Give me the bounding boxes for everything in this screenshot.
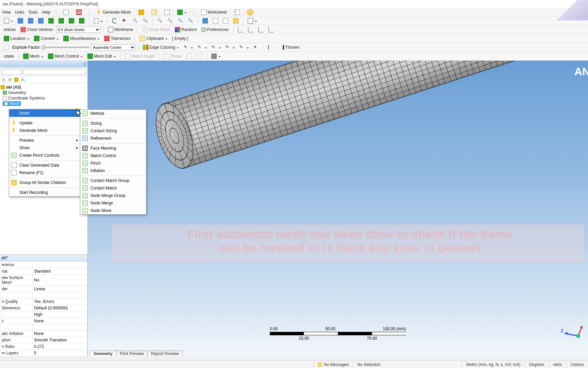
sm-inflation[interactable]: Inflation — [80, 167, 146, 174]
sm-pinch[interactable]: Pinch — [80, 159, 146, 167]
zoom-prev-icon[interactable]: 🔍 — [186, 17, 195, 24]
zoom-selected-icon[interactable]: 🔍 — [176, 17, 185, 24]
random-button[interactable]: Random — [173, 26, 198, 33]
details-row[interactable]: SkewnessDefault (0.900000) — [0, 305, 87, 311]
filter-type-select[interactable] — [1, 69, 22, 75]
ctx-clear-generated[interactable]: Clear Generated Data — [9, 162, 80, 169]
sm-node-merge[interactable]: Node Merge — [80, 199, 146, 207]
mesh-control-button[interactable]: Mesh Control — [46, 53, 84, 60]
generate-mesh-button[interactable]: Generate Mesh — [95, 9, 133, 16]
tool-icon-3[interactable] — [163, 9, 172, 16]
cube-icon-2[interactable] — [26, 17, 35, 24]
zoom-out-icon[interactable]: 🔍 — [141, 17, 150, 24]
axis-icon-4[interactable] — [267, 26, 276, 33]
pan-icon[interactable]: ✥ — [120, 17, 129, 24]
axis-icon-1[interactable] — [236, 26, 245, 33]
toolbar-new-icon[interactable] — [62, 9, 70, 16]
rotate-icon[interactable] — [110, 17, 119, 24]
box-select-icon[interactable] — [92, 17, 104, 24]
tree-geometry[interactable]: Geometry — [1, 90, 87, 95]
pin-icon[interactable]: ⊟ — [83, 62, 86, 66]
sm-node-merge-group[interactable]: Node Merge Group — [80, 192, 146, 199]
pen-icon-1[interactable]: ✎ — [182, 44, 195, 51]
cube-icon-5[interactable] — [57, 17, 66, 24]
ctx-generate-mesh[interactable]: Generate Mesh — [9, 127, 80, 134]
axis-icon-2[interactable] — [246, 26, 255, 33]
select-tool[interactable] — [2, 17, 15, 24]
ctx-show[interactable]: Show — [9, 144, 80, 152]
menu-view[interactable]: View — [2, 10, 11, 15]
cursor-info-icon[interactable]: i — [233, 9, 242, 16]
ctx-start-recording[interactable]: Start Recording — [9, 189, 80, 196]
ctx-insert[interactable]: Insert — [9, 109, 80, 117]
reset-icon[interactable] — [2, 44, 11, 51]
iso-icon-2[interactable] — [211, 17, 220, 24]
tag-icon[interactable] — [246, 9, 255, 16]
details-row[interactable]: cNone — [0, 318, 87, 324]
metric-graph-button[interactable]: Metric Graph — [123, 53, 157, 60]
convert-button[interactable]: Convert — [32, 35, 60, 42]
zoom-fit-icon[interactable]: 🔍 — [156, 17, 164, 24]
cube-icon-7[interactable] — [77, 17, 86, 24]
mesh-menu-button[interactable]: Mesh — [21, 53, 45, 60]
triad[interactable]: Z — [563, 322, 583, 343]
tree-root[interactable]: del (A3) — [1, 85, 87, 90]
iso-icon-1[interactable] — [201, 17, 210, 24]
details-row[interactable]: iew Surface MeshNo — [0, 275, 87, 286]
sm-refinement[interactable]: Refinement — [80, 135, 146, 142]
ctx-create-pinch[interactable]: Create Pinch Controls — [9, 152, 80, 159]
sort-icon[interactable]: A↓ — [21, 77, 26, 82]
vertices-button[interactable]: ertices — [2, 27, 17, 33]
preferences-button[interactable]: ✓Preferences — [200, 27, 230, 33]
ctx-update[interactable]: Update — [9, 119, 80, 127]
toolbar-grid-icon[interactable] — [75, 9, 83, 16]
iso-icon-3[interactable] — [221, 17, 230, 24]
pen-icon-2[interactable]: ✎ — [196, 44, 209, 51]
expand-icon[interactable]: ⊞ — [8, 77, 12, 82]
measure-icon[interactable] — [266, 44, 275, 50]
pen-icon-3[interactable]: ✎ — [210, 44, 223, 51]
details-row[interactable] — [0, 324, 87, 331]
scale-select[interactable]: 0.5 (Auto Scale) — [56, 27, 100, 33]
axis-icon-3[interactable] — [257, 26, 265, 33]
sm-contact-match-group[interactable]: Contact Match Group — [80, 177, 146, 184]
tab-report-preview[interactable]: Report Preview — [147, 351, 183, 356]
filter-field[interactable] — [23, 69, 86, 75]
label-icon-1[interactable] — [185, 53, 194, 60]
context-menu[interactable]: Insert Update Generate Mesh Preview Show… — [9, 109, 80, 197]
details-row[interactable]: n QualityYes, Errors — [0, 298, 87, 305]
zoom-in-icon[interactable]: 🔍 — [131, 17, 140, 24]
cube-icon-3[interactable] — [36, 17, 45, 24]
assembly-center-select[interactable]: Assembly Center — [91, 44, 135, 50]
cube-icon-4[interactable] — [47, 17, 55, 24]
show-mesh-button[interactable]: Show Mesh — [141, 26, 172, 33]
pen-icon-5[interactable]: ✎ — [238, 44, 250, 51]
insert-submenu[interactable]: Method Sizing Contact Sizing Refinement … — [80, 109, 146, 215]
tool-icon-4[interactable] — [176, 9, 188, 16]
ctx-group-similar[interactable]: Group All Similar Children — [9, 179, 80, 186]
tool-icon-1[interactable] — [137, 9, 146, 16]
clipboard-button[interactable]: Clipboard — [138, 35, 169, 42]
screen-icon[interactable] — [246, 17, 259, 24]
sm-contact-sizing[interactable]: Contact Sizing — [80, 127, 146, 135]
collapse-icon[interactable]: ⊟ — [2, 77, 5, 82]
folder-icon[interactable] — [14, 78, 18, 82]
status-messages[interactable]: No Messages — [314, 361, 353, 368]
sm-node-move[interactable]: Node Move — [80, 207, 146, 214]
sm-match-control[interactable]: Match Control — [80, 152, 146, 159]
zoom-window-icon[interactable]: 🔍 — [166, 17, 175, 24]
update-button-toolbar[interactable]: odate — [2, 53, 16, 59]
view-home-icon[interactable] — [231, 17, 240, 24]
sm-sizing[interactable]: Sizing — [80, 120, 146, 127]
outline-tree[interactable]: del (A3) Geometry Coordinate Systems Mes… — [0, 83, 87, 108]
label-icon-2[interactable] — [195, 53, 204, 60]
explode-slider[interactable] — [42, 47, 90, 48]
shaded-icon[interactable] — [210, 53, 222, 60]
tolerances-button[interactable]: Tolerances — [102, 35, 132, 42]
details-row[interactable]: derLinear — [0, 286, 87, 292]
menu-help[interactable]: Help — [42, 10, 50, 15]
paint-plane-icon[interactable]: ✈ — [252, 44, 261, 51]
details-row[interactable]: High — [0, 311, 87, 318]
tab-geometry[interactable]: Geometry — [90, 351, 116, 356]
wireframe-button[interactable]: Wireframe — [106, 26, 135, 33]
